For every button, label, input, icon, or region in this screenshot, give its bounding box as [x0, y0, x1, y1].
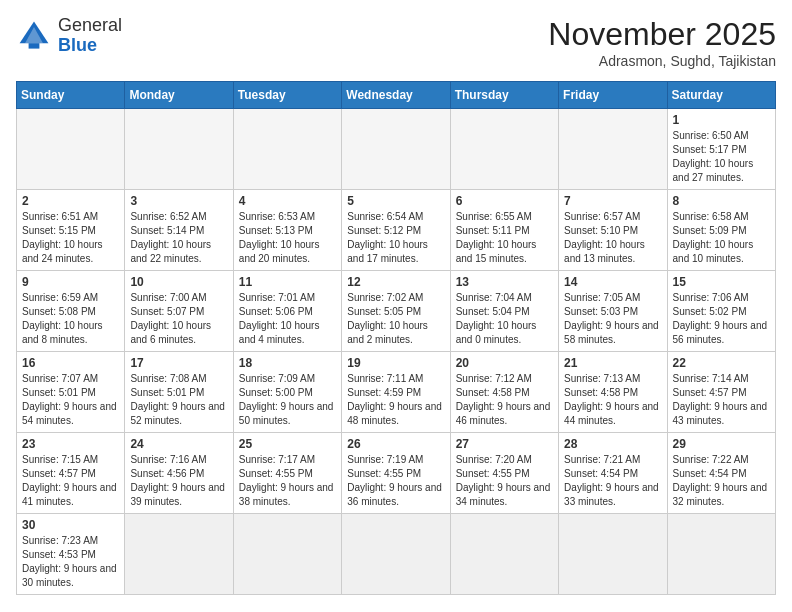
header: General Blue November 2025 Adrasmon, Sug…	[16, 16, 776, 69]
day-info: Sunrise: 7:08 AM Sunset: 5:01 PM Dayligh…	[130, 372, 227, 428]
day-info: Sunrise: 7:05 AM Sunset: 5:03 PM Dayligh…	[564, 291, 661, 347]
day-number: 26	[347, 437, 444, 451]
day-number: 23	[22, 437, 119, 451]
day-info: Sunrise: 7:11 AM Sunset: 4:59 PM Dayligh…	[347, 372, 444, 428]
week-row-5: 23Sunrise: 7:15 AM Sunset: 4:57 PM Dayli…	[17, 433, 776, 514]
day-info: Sunrise: 6:57 AM Sunset: 5:10 PM Dayligh…	[564, 210, 661, 266]
calendar-cell	[342, 514, 450, 595]
day-number: 28	[564, 437, 661, 451]
week-row-3: 9Sunrise: 6:59 AM Sunset: 5:08 PM Daylig…	[17, 271, 776, 352]
day-number: 7	[564, 194, 661, 208]
calendar-cell: 27Sunrise: 7:20 AM Sunset: 4:55 PM Dayli…	[450, 433, 558, 514]
day-info: Sunrise: 7:12 AM Sunset: 4:58 PM Dayligh…	[456, 372, 553, 428]
calendar-cell	[125, 109, 233, 190]
week-row-4: 16Sunrise: 7:07 AM Sunset: 5:01 PM Dayli…	[17, 352, 776, 433]
logo-text: General Blue	[58, 16, 122, 56]
day-info: Sunrise: 7:04 AM Sunset: 5:04 PM Dayligh…	[456, 291, 553, 347]
day-info: Sunrise: 7:23 AM Sunset: 4:53 PM Dayligh…	[22, 534, 119, 590]
calendar-cell	[17, 109, 125, 190]
day-info: Sunrise: 7:15 AM Sunset: 4:57 PM Dayligh…	[22, 453, 119, 509]
calendar-cell: 4Sunrise: 6:53 AM Sunset: 5:13 PM Daylig…	[233, 190, 341, 271]
calendar-cell: 11Sunrise: 7:01 AM Sunset: 5:06 PM Dayli…	[233, 271, 341, 352]
calendar-cell	[450, 109, 558, 190]
calendar-cell	[342, 109, 450, 190]
logo-icon	[16, 18, 52, 54]
day-number: 13	[456, 275, 553, 289]
location: Adrasmon, Sughd, Tajikistan	[548, 53, 776, 69]
day-number: 19	[347, 356, 444, 370]
weekday-saturday: Saturday	[667, 82, 775, 109]
weekday-thursday: Thursday	[450, 82, 558, 109]
day-info: Sunrise: 7:16 AM Sunset: 4:56 PM Dayligh…	[130, 453, 227, 509]
week-row-1: 1Sunrise: 6:50 AM Sunset: 5:17 PM Daylig…	[17, 109, 776, 190]
calendar-cell	[450, 514, 558, 595]
week-row-6: 30Sunrise: 7:23 AM Sunset: 4:53 PM Dayli…	[17, 514, 776, 595]
calendar-cell: 1Sunrise: 6:50 AM Sunset: 5:17 PM Daylig…	[667, 109, 775, 190]
title-block: November 2025 Adrasmon, Sughd, Tajikista…	[548, 16, 776, 69]
calendar-cell: 19Sunrise: 7:11 AM Sunset: 4:59 PM Dayli…	[342, 352, 450, 433]
day-info: Sunrise: 7:13 AM Sunset: 4:58 PM Dayligh…	[564, 372, 661, 428]
calendar-cell: 20Sunrise: 7:12 AM Sunset: 4:58 PM Dayli…	[450, 352, 558, 433]
day-number: 29	[673, 437, 770, 451]
calendar: SundayMondayTuesdayWednesdayThursdayFrid…	[16, 81, 776, 595]
day-info: Sunrise: 7:17 AM Sunset: 4:55 PM Dayligh…	[239, 453, 336, 509]
day-info: Sunrise: 6:50 AM Sunset: 5:17 PM Dayligh…	[673, 129, 770, 185]
calendar-cell: 30Sunrise: 7:23 AM Sunset: 4:53 PM Dayli…	[17, 514, 125, 595]
calendar-cell: 14Sunrise: 7:05 AM Sunset: 5:03 PM Dayli…	[559, 271, 667, 352]
weekday-friday: Friday	[559, 82, 667, 109]
weekday-wednesday: Wednesday	[342, 82, 450, 109]
calendar-cell: 23Sunrise: 7:15 AM Sunset: 4:57 PM Dayli…	[17, 433, 125, 514]
day-info: Sunrise: 6:51 AM Sunset: 5:15 PM Dayligh…	[22, 210, 119, 266]
calendar-cell	[667, 514, 775, 595]
day-number: 11	[239, 275, 336, 289]
day-number: 21	[564, 356, 661, 370]
day-number: 8	[673, 194, 770, 208]
day-number: 4	[239, 194, 336, 208]
calendar-cell: 3Sunrise: 6:52 AM Sunset: 5:14 PM Daylig…	[125, 190, 233, 271]
calendar-cell: 10Sunrise: 7:00 AM Sunset: 5:07 PM Dayli…	[125, 271, 233, 352]
calendar-cell	[559, 109, 667, 190]
day-number: 1	[673, 113, 770, 127]
calendar-cell: 17Sunrise: 7:08 AM Sunset: 5:01 PM Dayli…	[125, 352, 233, 433]
day-number: 22	[673, 356, 770, 370]
day-number: 15	[673, 275, 770, 289]
weekday-header-row: SundayMondayTuesdayWednesdayThursdayFrid…	[17, 82, 776, 109]
calendar-cell	[233, 109, 341, 190]
day-info: Sunrise: 7:00 AM Sunset: 5:07 PM Dayligh…	[130, 291, 227, 347]
day-info: Sunrise: 7:07 AM Sunset: 5:01 PM Dayligh…	[22, 372, 119, 428]
day-number: 10	[130, 275, 227, 289]
calendar-cell: 8Sunrise: 6:58 AM Sunset: 5:09 PM Daylig…	[667, 190, 775, 271]
day-info: Sunrise: 7:20 AM Sunset: 4:55 PM Dayligh…	[456, 453, 553, 509]
day-info: Sunrise: 7:06 AM Sunset: 5:02 PM Dayligh…	[673, 291, 770, 347]
weekday-sunday: Sunday	[17, 82, 125, 109]
day-number: 20	[456, 356, 553, 370]
day-number: 6	[456, 194, 553, 208]
calendar-cell: 22Sunrise: 7:14 AM Sunset: 4:57 PM Dayli…	[667, 352, 775, 433]
day-info: Sunrise: 7:09 AM Sunset: 5:00 PM Dayligh…	[239, 372, 336, 428]
day-info: Sunrise: 7:01 AM Sunset: 5:06 PM Dayligh…	[239, 291, 336, 347]
calendar-cell: 15Sunrise: 7:06 AM Sunset: 5:02 PM Dayli…	[667, 271, 775, 352]
calendar-cell: 26Sunrise: 7:19 AM Sunset: 4:55 PM Dayli…	[342, 433, 450, 514]
day-info: Sunrise: 6:58 AM Sunset: 5:09 PM Dayligh…	[673, 210, 770, 266]
day-number: 30	[22, 518, 119, 532]
weekday-monday: Monday	[125, 82, 233, 109]
day-info: Sunrise: 7:19 AM Sunset: 4:55 PM Dayligh…	[347, 453, 444, 509]
calendar-cell: 9Sunrise: 6:59 AM Sunset: 5:08 PM Daylig…	[17, 271, 125, 352]
calendar-cell: 18Sunrise: 7:09 AM Sunset: 5:00 PM Dayli…	[233, 352, 341, 433]
day-info: Sunrise: 6:52 AM Sunset: 5:14 PM Dayligh…	[130, 210, 227, 266]
logo: General Blue	[16, 16, 122, 56]
week-row-2: 2Sunrise: 6:51 AM Sunset: 5:15 PM Daylig…	[17, 190, 776, 271]
day-number: 2	[22, 194, 119, 208]
day-info: Sunrise: 7:02 AM Sunset: 5:05 PM Dayligh…	[347, 291, 444, 347]
calendar-cell: 29Sunrise: 7:22 AM Sunset: 4:54 PM Dayli…	[667, 433, 775, 514]
day-number: 12	[347, 275, 444, 289]
day-info: Sunrise: 6:53 AM Sunset: 5:13 PM Dayligh…	[239, 210, 336, 266]
day-info: Sunrise: 6:59 AM Sunset: 5:08 PM Dayligh…	[22, 291, 119, 347]
calendar-cell: 5Sunrise: 6:54 AM Sunset: 5:12 PM Daylig…	[342, 190, 450, 271]
calendar-cell: 21Sunrise: 7:13 AM Sunset: 4:58 PM Dayli…	[559, 352, 667, 433]
calendar-cell: 7Sunrise: 6:57 AM Sunset: 5:10 PM Daylig…	[559, 190, 667, 271]
day-number: 25	[239, 437, 336, 451]
calendar-cell: 12Sunrise: 7:02 AM Sunset: 5:05 PM Dayli…	[342, 271, 450, 352]
day-number: 18	[239, 356, 336, 370]
weekday-tuesday: Tuesday	[233, 82, 341, 109]
